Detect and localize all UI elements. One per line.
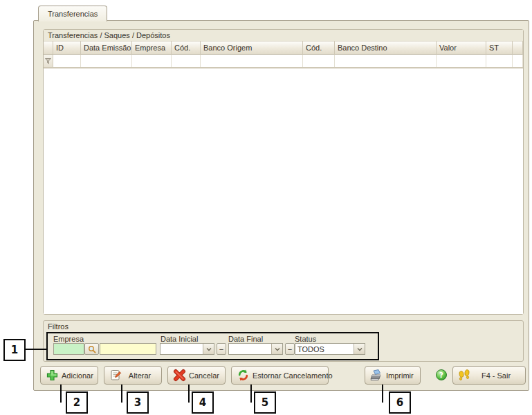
- data-final-input[interactable]: [228, 343, 283, 355]
- column-header-data-emissao[interactable]: Data Emissão: [81, 41, 132, 55]
- empresa-label: Empresa: [53, 335, 84, 343]
- column-header-valor[interactable]: Valor: [437, 41, 486, 55]
- callout-3-line: [121, 385, 122, 403]
- column-header-id[interactable]: ID: [53, 41, 81, 55]
- status-select[interactable]: TODOS: [295, 343, 365, 355]
- filter-cell-empresa[interactable]: [132, 55, 172, 67]
- search-icon: [88, 345, 96, 353]
- filtros-groupbox: Filtros: [43, 320, 524, 362]
- callout-2: 2: [66, 391, 88, 414]
- callout-6: 6: [389, 391, 411, 414]
- empresa-search-button[interactable]: [84, 343, 99, 355]
- empresa-code-input[interactable]: [53, 343, 84, 355]
- column-header-filler: [513, 41, 523, 55]
- data-final-dropdown-button[interactable]: [271, 344, 282, 354]
- filtros-group-title: Filtros: [44, 321, 523, 331]
- chevron-down-icon: [275, 347, 280, 351]
- data-final-label: Data Final: [228, 335, 263, 343]
- alterar-label: Alterar: [122, 371, 157, 380]
- alterar-button[interactable]: Alterar: [104, 366, 162, 385]
- help-icon[interactable]: ?: [436, 369, 447, 380]
- estornar-label: Estornar Cancelamento: [250, 371, 336, 380]
- column-header-cod-destino[interactable]: Cód.: [303, 41, 335, 55]
- imprimir-button[interactable]: Imprimir: [365, 366, 421, 385]
- callout-6-line: [382, 385, 383, 403]
- column-header-empresa[interactable]: Empresa: [132, 41, 172, 55]
- callout-5-line: [250, 385, 252, 403]
- data-final-clear-button[interactable]: −: [285, 343, 295, 355]
- circular-arrows-icon: [236, 369, 250, 382]
- data-inicial-label: Data Inicial: [160, 335, 198, 343]
- filter-cell-valor[interactable]: [437, 55, 486, 67]
- filter-cell-id[interactable]: [53, 55, 81, 67]
- grid-group-title: Transferencias / Saques / Depósitos: [44, 30, 523, 41]
- column-header-banco-origem[interactable]: Banco Origem: [201, 41, 303, 55]
- grid-empty-body[interactable]: [44, 68, 523, 314]
- edit-note-icon: [109, 369, 122, 382]
- chevron-down-icon: [206, 347, 212, 351]
- tab-label: Transferencias: [48, 10, 98, 18]
- exit-footprints-icon: [457, 369, 471, 382]
- column-indicator: [44, 41, 53, 55]
- column-header-cod-origem[interactable]: Cód.: [172, 41, 201, 55]
- printer-icon: [369, 369, 383, 382]
- grid-header-row: ID Data Emissão Empresa Cód. Banco Orige…: [44, 41, 523, 55]
- column-header-st[interactable]: ST: [486, 41, 513, 55]
- help-glyph: ?: [439, 371, 443, 379]
- minus-icon: −: [288, 345, 292, 353]
- minus-icon: −: [219, 345, 223, 353]
- column-header-banco-destino[interactable]: Banco Destino: [335, 41, 437, 55]
- filter-cell-banco-origem[interactable]: [201, 55, 303, 67]
- callout-2-line: [60, 385, 62, 403]
- grid-groupbox: Transferencias / Saques / Depósitos ID D…: [43, 29, 524, 315]
- callout-1-line: [26, 349, 46, 350]
- callout-4-line: [188, 385, 190, 403]
- sair-label: F4 - Sair: [471, 371, 521, 380]
- tab-transferencias[interactable]: Transferencias: [38, 6, 107, 21]
- data-inicial-clear-button[interactable]: −: [217, 343, 226, 355]
- status-label: Status: [295, 335, 316, 343]
- callout-3: 3: [127, 391, 149, 414]
- filter-funnel-icon: [45, 58, 51, 64]
- data-inicial-dropdown-button[interactable]: [203, 344, 214, 354]
- status-dropdown-button[interactable]: [354, 344, 365, 354]
- adicionar-button[interactable]: Adicionar: [40, 366, 98, 385]
- filter-cell-filler: [513, 55, 523, 67]
- status-value: TODOS: [295, 345, 354, 353]
- filter-cell-cod-origem[interactable]: [172, 55, 201, 67]
- filter-row-indicator: [44, 55, 53, 67]
- callout-4: 4: [192, 391, 214, 414]
- red-x-icon: [172, 369, 186, 382]
- callout-5: 5: [254, 391, 276, 414]
- estornar-cancelamento-button[interactable]: Estornar Cancelamento: [231, 366, 329, 385]
- sair-button[interactable]: F4 - Sair: [452, 366, 526, 385]
- filter-cell-st[interactable]: [486, 55, 513, 67]
- filter-cell-cod-destino[interactable]: [303, 55, 335, 67]
- grid-filter-row: [44, 55, 523, 68]
- data-inicial-input[interactable]: [160, 343, 214, 355]
- adicionar-label: Adicionar: [59, 371, 96, 380]
- callout-1: 1: [3, 339, 26, 361]
- cancelar-label: Cancelar: [186, 371, 222, 380]
- add-plus-icon: [45, 369, 59, 382]
- imprimir-label: Imprimir: [383, 371, 416, 380]
- filter-cell-data-emissao[interactable]: [81, 55, 132, 67]
- empresa-name-input[interactable]: [100, 343, 156, 355]
- cancelar-button[interactable]: Cancelar: [167, 366, 226, 385]
- chevron-down-icon: [357, 347, 363, 351]
- filter-cell-banco-destino[interactable]: [335, 55, 437, 67]
